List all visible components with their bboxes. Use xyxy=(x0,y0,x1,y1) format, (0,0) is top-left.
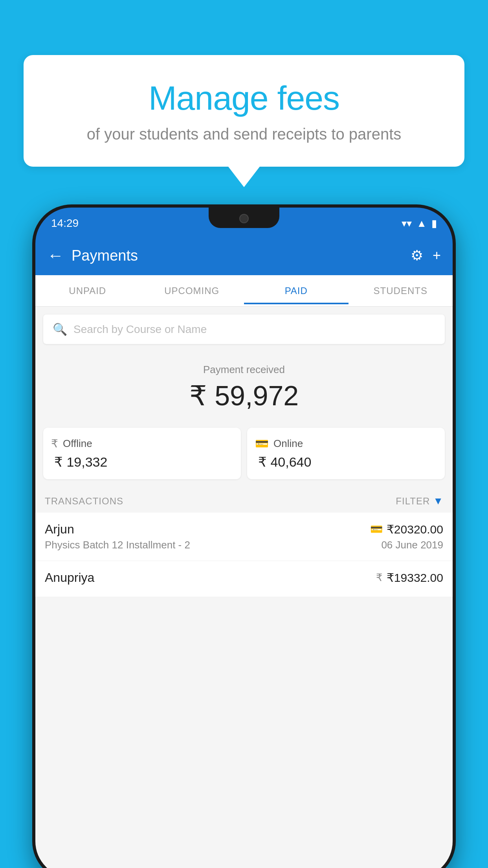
online-amount: ₹ 40,640 xyxy=(255,454,437,470)
speech-bubble: Manage fees of your students and send re… xyxy=(24,55,464,167)
transaction-amount-wrap: 💳 ₹20320.00 xyxy=(370,522,443,536)
payment-received-amount: ₹ 59,972 xyxy=(35,380,453,412)
payment-received-label: Payment received xyxy=(35,364,453,376)
online-payment-card: 💳 Online ₹ 40,640 xyxy=(247,428,445,479)
transaction-name: Arjun xyxy=(45,522,74,537)
filter-label: FILTER xyxy=(396,496,430,507)
back-button[interactable]: ← xyxy=(47,246,64,265)
gear-icon[interactable]: ⚙ xyxy=(411,247,423,264)
background: Manage fees of your students and send re… xyxy=(0,0,488,868)
offline-payment-card: ₹ Offline ₹ 19,332 xyxy=(43,428,241,479)
table-row[interactable]: Arjun 💳 ₹20320.00 Physics Batch 12 Insta… xyxy=(35,513,453,561)
offline-amount: ₹ 19,332 xyxy=(51,454,233,470)
filter-icon: ▼ xyxy=(433,495,443,507)
tab-upcoming[interactable]: UPCOMING xyxy=(140,278,244,304)
speech-bubble-title: Manage fees xyxy=(55,79,433,118)
speech-bubble-subtitle: of your students and send receipts to pa… xyxy=(55,125,433,143)
offline-icon: ₹ xyxy=(51,437,58,450)
transaction-amount-wrap-2: ₹ ₹19332.00 xyxy=(376,571,443,585)
search-icon: 🔍 xyxy=(53,322,67,336)
transaction-amount: ₹20320.00 xyxy=(387,522,443,536)
card-icon: 💳 xyxy=(370,523,383,535)
app-bar-icons: ⚙ + xyxy=(411,247,441,264)
phone-frame: 14:29 ▾▾ ▲ ▮ ← Payments ⚙ + UNPAID xyxy=(32,204,456,868)
tab-students[interactable]: STUDENTS xyxy=(349,278,453,304)
offline-card-header: ₹ Offline xyxy=(51,437,233,450)
front-camera xyxy=(239,214,249,223)
screen-content: 🔍 Search by Course or Name Payment recei… xyxy=(35,307,453,868)
tab-paid[interactable]: PAID xyxy=(244,278,349,304)
transaction-name-2: Anupriya xyxy=(45,570,94,585)
online-card-header: 💳 Online xyxy=(255,437,437,450)
filter-button[interactable]: FILTER ▼ xyxy=(396,495,443,507)
transaction-course: Physics Batch 12 Installment - 2 xyxy=(45,539,190,551)
add-button[interactable]: + xyxy=(433,247,441,264)
tabs: UNPAID UPCOMING PAID STUDENTS xyxy=(35,275,453,307)
tab-unpaid[interactable]: UNPAID xyxy=(35,278,140,304)
speech-bubble-container: Manage fees of your students and send re… xyxy=(24,55,464,167)
payment-cards: ₹ Offline ₹ 19,332 💳 Online ₹ 40,640 xyxy=(35,420,453,487)
transaction-date: 06 June 2019 xyxy=(381,539,443,551)
search-input[interactable]: Search by Course or Name xyxy=(73,323,207,336)
transaction-amount-2: ₹19332.00 xyxy=(387,571,443,585)
notch xyxy=(209,208,279,228)
transaction-top-2: Anupriya ₹ ₹19332.00 xyxy=(45,570,443,585)
phone-inner: 14:29 ▾▾ ▲ ▮ ← Payments ⚙ + UNPAID xyxy=(35,208,453,868)
wifi-icon: ▾▾ xyxy=(402,217,412,230)
online-label: Online xyxy=(273,438,303,450)
battery-icon: ▮ xyxy=(431,217,437,230)
transactions-header: TRANSACTIONS FILTER ▼ xyxy=(35,487,453,513)
status-icons: ▾▾ ▲ ▮ xyxy=(402,217,437,230)
status-time: 14:29 xyxy=(51,217,79,230)
online-icon: 💳 xyxy=(255,437,269,450)
transactions-label: TRANSACTIONS xyxy=(45,496,123,507)
payment-received-section: Payment received ₹ 59,972 xyxy=(35,352,453,420)
cash-icon: ₹ xyxy=(376,572,383,584)
search-bar[interactable]: 🔍 Search by Course or Name xyxy=(43,314,445,344)
page-title: Payments xyxy=(72,247,411,264)
offline-label: Offline xyxy=(63,438,92,450)
transaction-bottom: Physics Batch 12 Installment - 2 06 June… xyxy=(45,539,443,551)
table-row[interactable]: Anupriya ₹ ₹19332.00 xyxy=(35,561,453,597)
transaction-top: Arjun 💳 ₹20320.00 xyxy=(45,522,443,537)
app-bar: ← Payments ⚙ + xyxy=(35,236,453,275)
signal-icon: ▲ xyxy=(416,217,427,230)
